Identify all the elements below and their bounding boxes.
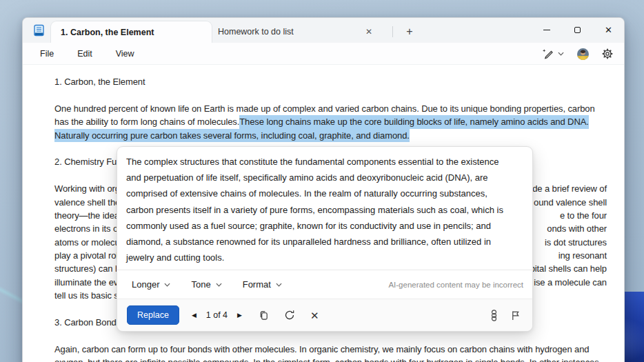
rewrite-text-line: commonly used as a fuel source; graphite… bbox=[126, 218, 523, 234]
ai-disclaimer: AI-generated content may be incorrect bbox=[388, 281, 523, 289]
doc-line: Naturally occurring pure carbon takes se… bbox=[54, 129, 607, 142]
chevron-down-icon bbox=[276, 283, 282, 287]
rewrite-footer: Replace ◀ 1 of 4 ▶ bbox=[117, 299, 532, 331]
tab-homework-to-do-list[interactable]: Homework to do list ✕ bbox=[218, 21, 383, 43]
doc-line: has the ability to form long chains of m… bbox=[54, 115, 607, 128]
tab-label: Homework to do list bbox=[218, 27, 294, 37]
maximize-button[interactable] bbox=[562, 18, 593, 42]
menu-item[interactable]: Edit bbox=[70, 46, 99, 62]
minimize-icon bbox=[543, 30, 550, 30]
credits-button[interactable] bbox=[487, 307, 501, 324]
rewrite-option-dropdown[interactable]: Longer bbox=[126, 276, 176, 293]
doc-heading-1: 1. Carbon, the Element bbox=[54, 75, 607, 88]
settings-button[interactable] bbox=[601, 47, 614, 61]
chevron-down-icon bbox=[216, 283, 222, 287]
rewrite-text-line: diamond, a substance renowned for its un… bbox=[126, 234, 523, 250]
menu-item[interactable]: File bbox=[33, 46, 61, 62]
desktop-wallpaper: 1. Carbon, the Element Homework to do li… bbox=[0, 0, 644, 362]
doc-text-right-fragment: de a brief review of bbox=[532, 182, 607, 195]
report-flag-icon bbox=[511, 310, 520, 321]
doc-text-right-fragment: e to the four bbox=[560, 209, 607, 222]
user-avatar bbox=[577, 48, 589, 60]
doc-line: Again, carbon can form up to four bonds … bbox=[54, 343, 607, 356]
chevron-down-icon bbox=[558, 52, 564, 56]
doc-paragraph-1: One hundred percent of known life on Ear… bbox=[54, 102, 607, 142]
rewrite-text-line: The complex structures that constitute t… bbox=[126, 154, 523, 170]
settings-gear-icon bbox=[602, 48, 613, 59]
close-button[interactable]: ✕ bbox=[593, 18, 624, 42]
tab-carbon-the-element[interactable]: 1. Carbon, the Element bbox=[50, 21, 212, 43]
dropdown-label: Tone bbox=[191, 279, 210, 290]
menubar: FileEditView bbox=[23, 43, 624, 65]
rewrite-pen-sparkle-icon bbox=[542, 48, 554, 59]
minimize-button[interactable] bbox=[531, 18, 562, 42]
doc-paragraph-3: Again, carbon can form up to four bonds … bbox=[54, 343, 607, 362]
titlebar: 1. Carbon, the Element Homework to do li… bbox=[23, 18, 624, 43]
menu-items: FileEditView bbox=[33, 46, 141, 62]
doc-text-right-fragment: rbital shells can help bbox=[527, 262, 607, 275]
rewrite-text-line: jewelry and cutting tools. bbox=[126, 250, 523, 265]
suggestion-page-indicator: 1 of 4 bbox=[206, 310, 228, 320]
account-button[interactable] bbox=[576, 47, 590, 61]
report-button[interactable] bbox=[508, 308, 523, 323]
maximize-icon bbox=[574, 27, 581, 33]
new-tab-button[interactable]: + bbox=[401, 23, 419, 40]
wallpaper-bloom-swoosh bbox=[625, 292, 644, 362]
menubar-right bbox=[541, 43, 614, 65]
window-controls: ✕ bbox=[531, 18, 624, 43]
rewrite-controls-row: Longer Tone Format AI-generated content … bbox=[117, 270, 532, 299]
previous-suggestion-button[interactable]: ◀ bbox=[188, 309, 201, 321]
footer-right-icons bbox=[487, 307, 523, 324]
regenerate-icon bbox=[284, 310, 295, 321]
notepad-icon bbox=[32, 24, 46, 37]
dropdown-label: Longer bbox=[132, 279, 159, 290]
rewrite-option-dropdown[interactable]: Format bbox=[237, 276, 288, 293]
doc-text-right-fragment: is dot structures bbox=[545, 236, 607, 249]
rewrite-text-line: carbon presents itself in a variety of p… bbox=[126, 202, 523, 218]
doc-text-right-fragment: onds with other bbox=[547, 222, 607, 235]
dismiss-button[interactable]: ✕ bbox=[308, 308, 322, 323]
replace-button[interactable]: Replace bbox=[127, 305, 179, 325]
tab-close-button[interactable]: ✕ bbox=[361, 26, 376, 38]
doc-text-right-fragment: ise a molecule can bbox=[534, 276, 607, 289]
notepad-window: 1. Carbon, the Element Homework to do li… bbox=[22, 17, 625, 362]
copy-button[interactable] bbox=[256, 308, 272, 323]
doc-text-right-fragment: ound valence shell bbox=[534, 196, 607, 209]
selected-text: Naturally occurring pure carbon takes se… bbox=[54, 129, 410, 142]
doc-text: One hundred percent of known life on Ear… bbox=[54, 102, 595, 115]
rewrite-option-dropdown[interactable]: Tone bbox=[185, 276, 227, 293]
rewrite-text-line: comprised of extensive chains of molecul… bbox=[126, 185, 523, 201]
doc-text-right-fragment: ing resonant bbox=[559, 249, 607, 262]
tab-separator bbox=[392, 26, 393, 37]
dropdown-label: Format bbox=[243, 279, 271, 290]
dismiss-x-icon: ✕ bbox=[310, 310, 319, 321]
credits-stack-icon bbox=[490, 310, 499, 321]
rewrite-popup: The complex structures that constitute t… bbox=[117, 146, 533, 332]
next-suggestion-button[interactable]: ▶ bbox=[233, 309, 246, 321]
rewrite-button[interactable] bbox=[541, 47, 565, 61]
doc-line: oxygen, but there are infinite possible … bbox=[54, 356, 607, 362]
selected-text: These long chains make up the core build… bbox=[239, 115, 589, 128]
rewrite-dropdowns: Longer Tone Format bbox=[126, 276, 288, 293]
rewrite-text-line: and perpetuation of life itself, specifi… bbox=[126, 170, 523, 185]
close-icon: ✕ bbox=[605, 26, 612, 34]
rewrite-suggestion-text: The complex structures that constitute t… bbox=[117, 147, 532, 265]
tab-label: 1. Carbon, the Element bbox=[61, 28, 154, 37]
copy-icon bbox=[259, 310, 269, 321]
doc-line: One hundred percent of known life on Ear… bbox=[54, 102, 607, 115]
menu-item[interactable]: View bbox=[109, 46, 141, 62]
chevron-down-icon bbox=[164, 283, 170, 287]
doc-text: has the ability to form long chains of m… bbox=[54, 115, 239, 128]
regenerate-button[interactable] bbox=[281, 307, 298, 323]
